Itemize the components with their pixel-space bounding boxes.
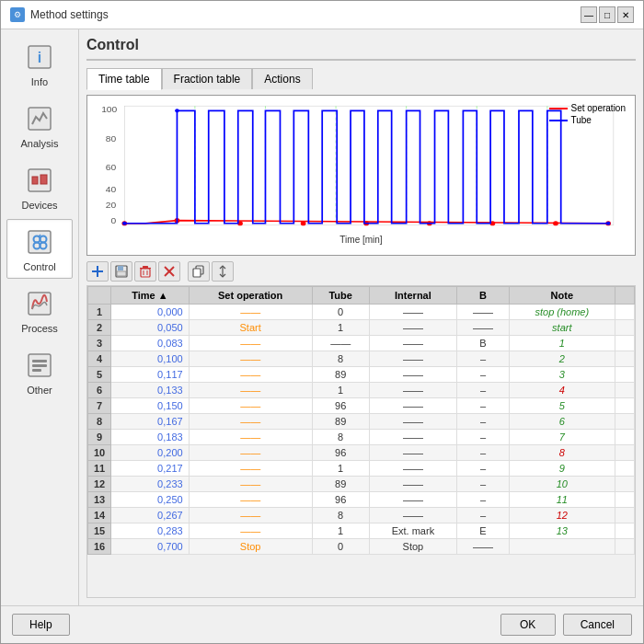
sidebar-label-info: Info: [31, 76, 48, 87]
cell-note: 2: [509, 351, 615, 367]
tab-actions[interactable]: Actions: [252, 68, 312, 89]
cell-extra: [615, 398, 635, 414]
cell-time: 0,700: [111, 539, 189, 555]
cell-tube: 1: [312, 383, 369, 398]
table-row[interactable]: 80,167——89——–6: [88, 414, 635, 430]
cell-set-op: ——: [189, 445, 312, 461]
table-row[interactable]: 150,283——1Ext. markE13: [88, 523, 635, 539]
cancel-button[interactable]: Cancel: [563, 614, 632, 636]
cell-row-num: 7: [88, 398, 111, 414]
title-bar-left: ⚙ Method settings: [10, 7, 109, 22]
cell-extra: [615, 367, 635, 383]
cell-note: [509, 539, 615, 555]
table-row[interactable]: 160,700Stop0Stop——: [88, 539, 635, 555]
cell-note: 10: [509, 477, 615, 492]
sidebar-label-control: Control: [23, 261, 55, 272]
svg-rect-53: [118, 266, 123, 270]
cell-note: 9: [509, 461, 615, 477]
cell-time: 0,183: [111, 430, 189, 445]
copy-button[interactable]: [188, 261, 210, 282]
save-button[interactable]: [110, 261, 132, 282]
svg-rect-4: [32, 177, 38, 184]
cell-set-op: ——: [189, 351, 312, 367]
footer-left: Help: [12, 614, 70, 636]
sidebar-item-other[interactable]: Other: [6, 342, 73, 402]
table-row[interactable]: 50,117——89——–3: [88, 367, 635, 383]
legend-tube: Tube: [549, 115, 627, 125]
window-title: Method settings: [30, 8, 109, 21]
cell-b: B: [457, 336, 509, 351]
cell-note: 11: [509, 492, 615, 508]
cell-row-num: 13: [88, 492, 111, 508]
cell-b: –: [457, 414, 509, 430]
cell-time: 0,083: [111, 336, 189, 351]
main-content: i Info Analysis: [1, 29, 643, 605]
svg-text:40: 40: [106, 184, 117, 193]
col-header-time[interactable]: Time ▲: [111, 287, 189, 305]
cell-tube: 89: [312, 414, 369, 430]
sidebar-label-other: Other: [27, 385, 52, 396]
cell-time: 0,100: [111, 351, 189, 367]
table-row[interactable]: 40,100——8——–2: [88, 351, 635, 367]
table-row[interactable]: 90,183——8——–7: [88, 430, 635, 445]
cell-row-num: 3: [88, 336, 111, 351]
svg-rect-55: [141, 269, 150, 277]
cell-internal: ——: [369, 492, 457, 508]
cell-row-num: 15: [88, 523, 111, 539]
svg-text:20: 20: [106, 201, 117, 210]
footer: Help OK Cancel: [1, 605, 643, 643]
close-button[interactable]: ✕: [617, 6, 634, 23]
help-button[interactable]: Help: [12, 614, 70, 636]
cell-set-op: ——: [189, 477, 312, 492]
title-bar: ⚙ Method settings — □ ✕: [1, 1, 643, 29]
add-row-button[interactable]: [86, 261, 109, 282]
sidebar-item-devices[interactable]: Devices: [6, 157, 73, 217]
table-row[interactable]: 140,267——8——–12: [88, 508, 635, 523]
sidebar-item-process[interactable]: Process: [6, 281, 73, 340]
cell-internal: ——: [369, 414, 457, 430]
ok-button[interactable]: OK: [500, 614, 556, 636]
table-row[interactable]: 120,233——89——–10: [88, 477, 635, 492]
cell-b: –: [457, 508, 509, 523]
app-icon: ⚙: [10, 7, 25, 22]
cell-internal: ——: [369, 351, 457, 367]
cell-tube: 96: [312, 398, 369, 414]
cell-time: 0,117: [111, 367, 189, 383]
cell-extra: [615, 383, 635, 398]
cell-internal: ——: [369, 383, 457, 398]
table-row[interactable]: 20,050Start1————start: [88, 320, 635, 336]
process-icon: [23, 287, 56, 320]
tab-fraction-table[interactable]: Fraction table: [162, 68, 253, 89]
cell-internal: Ext. mark: [369, 523, 457, 539]
cell-note: 6: [509, 414, 615, 430]
cell-time: 0,283: [111, 523, 189, 539]
tab-time-table[interactable]: Time table: [86, 68, 162, 90]
cell-time: 0,200: [111, 445, 189, 461]
table-row[interactable]: 110,217——1——–9: [88, 461, 635, 477]
cell-tube: 0: [312, 305, 369, 320]
delete-button[interactable]: [134, 261, 156, 282]
maximize-button[interactable]: □: [599, 6, 615, 23]
cell-note: 3: [509, 367, 615, 383]
table-row[interactable]: 130,250——96——–11: [88, 492, 635, 508]
table-row[interactable]: 10,000——0————stop (home): [88, 305, 635, 320]
cell-set-op: ——: [189, 414, 312, 430]
cell-set-op: ——: [189, 383, 312, 398]
sidebar-item-info[interactable]: i Info: [6, 34, 73, 94]
table-header-row: Time ▲ Set operation Tube Internal B Not…: [88, 287, 635, 305]
sidebar-item-analysis[interactable]: Analysis: [6, 96, 73, 155]
sidebar-item-control[interactable]: Control: [6, 219, 73, 279]
svg-point-48: [175, 109, 179, 112]
clear-button[interactable]: [158, 261, 180, 282]
cell-row-num: 8: [88, 414, 111, 430]
table-row[interactable]: 30,083——————B1: [88, 336, 635, 351]
svg-rect-51: [97, 266, 98, 277]
cell-tube: 96: [312, 445, 369, 461]
minimize-button[interactable]: —: [581, 6, 597, 23]
cell-extra: [615, 305, 635, 320]
sort-button[interactable]: [212, 261, 234, 282]
data-table-container[interactable]: Time ▲ Set operation Tube Internal B Not…: [86, 285, 636, 598]
table-row[interactable]: 60,133——1——–4: [88, 383, 635, 398]
table-row[interactable]: 100,200——96——–8: [88, 445, 635, 461]
table-row[interactable]: 70,150——96——–5: [88, 398, 635, 414]
